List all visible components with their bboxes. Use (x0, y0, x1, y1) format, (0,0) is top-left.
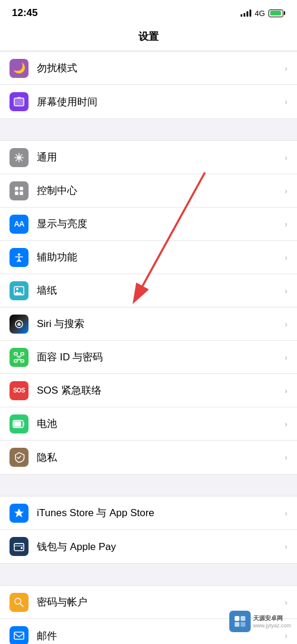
svg-rect-5 (20, 187, 23, 190)
focus-mode-label: 勿扰模式 (37, 61, 285, 75)
svg-rect-20 (14, 421, 21, 426)
screen-time-icon (10, 92, 29, 111)
chevron-icon: › (285, 453, 287, 462)
accessibility-icon (10, 248, 29, 267)
page-title-bar: 设置 (0, 24, 297, 51)
sos-icon: SOS (10, 381, 29, 400)
chevron-icon: › (285, 386, 287, 395)
store-section: iTunes Store 与 App Store › 钱包与 Apple Pay… (0, 496, 297, 564)
sidebar-item-general[interactable]: 通用 › (0, 141, 297, 174)
svg-rect-30 (241, 622, 245, 627)
sidebar-item-focus-mode[interactable]: 🌙 勿扰模式 › (0, 52, 297, 85)
sidebar-item-faceid[interactable]: 面容 ID 与密码 › (0, 341, 297, 374)
siri-icon (10, 315, 29, 334)
sidebar-item-itunes-appstore[interactable]: iTunes Store 与 App Store › (0, 497, 297, 530)
passwords-icon (10, 593, 29, 612)
chevron-icon: › (285, 631, 287, 640)
itunes-appstore-label: iTunes Store 与 App Store (37, 506, 285, 520)
svg-point-2 (18, 156, 20, 159)
svg-rect-6 (15, 191, 18, 195)
watermark: 天源安卓网 www.jytyaz.com (229, 611, 291, 632)
svg-point-16 (17, 356, 18, 357)
svg-rect-4 (15, 187, 18, 190)
svg-rect-15 (21, 360, 24, 362)
chevron-icon: › (285, 186, 287, 196)
svg-rect-7 (20, 191, 23, 195)
svg-point-17 (20, 356, 21, 357)
general-label: 通用 (37, 150, 285, 164)
privacy-icon (10, 448, 29, 467)
svg-rect-29 (235, 622, 239, 627)
svg-rect-12 (14, 353, 17, 355)
chevron-icon: › (285, 508, 287, 518)
display-icon: AA (10, 215, 29, 234)
svg-rect-22 (21, 547, 23, 549)
network-type: 4G (255, 9, 265, 18)
sidebar-item-control-center[interactable]: 控制中心 › (0, 174, 297, 208)
faceid-icon (10, 348, 29, 367)
signal-icon (241, 10, 251, 17)
chevron-icon: › (285, 542, 287, 551)
battery-icon (10, 414, 29, 433)
chevron-icon: › (285, 286, 287, 296)
sidebar-item-privacy[interactable]: 隐私 › (0, 441, 297, 474)
focus-mode-icon: 🌙 (10, 59, 29, 78)
privacy-label: 隐私 (37, 451, 285, 464)
general-icon (10, 148, 29, 167)
chevron-icon: › (285, 64, 287, 73)
display-label: 显示与亮度 (37, 217, 285, 231)
page-title: 设置 (138, 31, 159, 42)
appstore-icon (10, 504, 29, 523)
chevron-icon: › (285, 353, 287, 362)
sidebar-item-siri[interactable]: Siri 与搜索 › (0, 307, 297, 341)
control-center-label: 控制中心 (37, 184, 285, 197)
svg-rect-24 (14, 632, 24, 639)
sidebar-item-battery[interactable]: 电池 › (0, 407, 297, 441)
svg-rect-0 (14, 98, 24, 106)
svg-rect-21 (14, 544, 24, 551)
divider-2 (0, 475, 297, 496)
status-bar: 12:45 4G (0, 0, 297, 24)
divider-3 (0, 564, 297, 585)
sidebar-item-screen-time[interactable]: 屏幕使用时间 › (0, 85, 297, 118)
battery-icon (268, 10, 285, 17)
control-center-icon (10, 181, 29, 200)
sidebar-item-sos[interactable]: SOS SOS 紧急联络 › (0, 374, 297, 407)
mail-icon (10, 626, 29, 644)
wallpaper-icon (10, 281, 29, 300)
chevron-icon: › (285, 219, 287, 229)
top-section: 🌙 勿扰模式 › 屏幕使用时间 › (0, 51, 297, 119)
middle-section: 通用 › 控制中心 › AA 显示与亮度 › (0, 140, 297, 475)
svg-rect-27 (235, 616, 239, 621)
chevron-icon: › (285, 153, 287, 162)
screen-time-label: 屏幕使用时间 (37, 95, 285, 109)
sidebar-item-accessibility[interactable]: 辅助功能 › (0, 241, 297, 274)
sidebar-item-display[interactable]: AA 显示与亮度 › (0, 208, 297, 241)
svg-rect-28 (241, 616, 245, 621)
chevron-icon: › (285, 419, 287, 429)
sos-label: SOS 紧急联络 (37, 384, 285, 397)
svg-rect-14 (14, 360, 17, 362)
chevron-icon: › (285, 598, 287, 607)
siri-label: Siri 与搜索 (37, 317, 285, 331)
wallpaper-label: 墙纸 (37, 284, 285, 297)
status-time: 12:45 (12, 7, 37, 19)
svg-rect-13 (21, 353, 24, 355)
sidebar-item-wallpaper[interactable]: 墙纸 › (0, 274, 297, 307)
wallet-icon (10, 537, 29, 556)
wallet-label: 钱包与 Apple Pay (37, 540, 285, 554)
divider-1 (0, 119, 297, 140)
chevron-icon: › (285, 97, 287, 106)
passwords-label: 密码与帐户 (37, 595, 285, 609)
sidebar-item-wallet[interactable]: 钱包与 Apple Pay › (0, 530, 297, 563)
status-right: 4G (241, 9, 285, 18)
faceid-label: 面容 ID 与密码 (37, 350, 285, 364)
svg-point-8 (18, 253, 20, 256)
chevron-icon: › (285, 253, 287, 262)
chevron-icon: › (285, 319, 287, 329)
svg-point-9 (16, 288, 18, 290)
battery-label: 电池 (37, 417, 285, 431)
accessibility-label: 辅助功能 (37, 250, 285, 264)
